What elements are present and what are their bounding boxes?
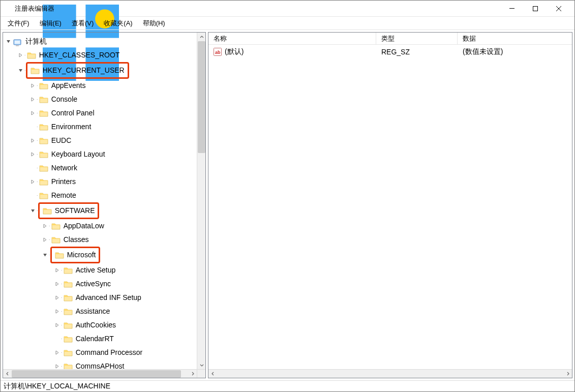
tree-item-assistance[interactable]: ··· Assistance — [5, 305, 197, 318]
tree-item-network[interactable]: ··· Network — [5, 161, 197, 175]
caret-right-icon[interactable] — [29, 110, 36, 116]
folder-icon — [39, 82, 48, 89]
caret-down-icon[interactable] — [42, 252, 48, 258]
caret-right-icon[interactable] — [54, 281, 60, 287]
tree-label: Microsoft — [67, 248, 96, 262]
caret-right-icon[interactable] — [29, 138, 36, 144]
tree-label: Active Setup — [76, 263, 116, 277]
tree-item-eudc[interactable]: ··· EUDC — [5, 134, 197, 147]
scroll-left-icon[interactable] — [3, 370, 12, 378]
caret-down-icon[interactable] — [17, 68, 23, 74]
caret-right-icon[interactable] — [42, 223, 48, 229]
tree-item-activesetup[interactable]: ··· Active Setup — [5, 263, 197, 277]
caret-down-icon[interactable] — [5, 39, 11, 45]
scroll-thumb[interactable] — [12, 370, 181, 378]
caret-right-icon[interactable] — [17, 52, 23, 58]
scroll-right-icon[interactable] — [188, 370, 197, 378]
tree-item-hkcr[interactable]: ··· HKEY_CLASSES_ROOT — [5, 48, 197, 62]
caret-right-icon[interactable] — [42, 237, 48, 243]
list-body[interactable]: (默认) REG_SZ (数值未设置) — [208, 45, 572, 369]
caret-down-icon[interactable] — [29, 208, 36, 214]
window: 注册表编辑器 文件(F) 编辑(E) 查看(V) 收藏夹(A) 帮助(H) 计 — [0, 0, 575, 392]
tree-dots: ··· — [37, 93, 37, 106]
caret-right-icon[interactable] — [54, 350, 60, 356]
tree-item-calendarrt[interactable]: ··· CalendarRT — [5, 332, 197, 346]
tree-item-environment[interactable]: ··· Environment — [5, 120, 197, 134]
statusbar: 计算机\HKEY_LOCAL_MACHINE — [1, 380, 574, 391]
list-hscroll[interactable] — [208, 369, 572, 378]
caret-right-icon[interactable] — [54, 364, 60, 370]
col-name[interactable]: 名称 — [208, 33, 376, 44]
tree-item-software[interactable]: ··· SOFTWARE — [5, 202, 197, 219]
caret-right-icon[interactable] — [54, 295, 60, 301]
value-name: (默认) — [225, 47, 244, 55]
tree-item-controlpanel[interactable]: ··· Control Panel — [5, 106, 197, 120]
scroll-down-icon[interactable] — [197, 360, 206, 369]
tree-item-classes[interactable]: ··· Classes — [5, 233, 197, 247]
col-data[interactable]: 数据 — [458, 33, 572, 44]
menu-file[interactable]: 文件(F) — [3, 18, 35, 29]
maximize-button[interactable] — [524, 1, 547, 17]
tree-item-appevents[interactable]: ··· AppEvents — [5, 79, 197, 93]
tree-item-remote[interactable]: ··· Remote — [5, 189, 197, 202]
folder-icon — [51, 236, 60, 244]
tree-item-keyboardlayout[interactable]: ··· Keyboard Layout — [5, 147, 197, 161]
menu-view[interactable]: 查看(V) — [67, 18, 99, 29]
tree-item-console[interactable]: ··· Console — [5, 93, 197, 106]
tree-hscroll[interactable] — [3, 369, 197, 378]
caret-right-icon[interactable] — [29, 83, 36, 89]
highlight-microsoft: Microsoft — [50, 247, 101, 263]
folder-icon — [39, 137, 48, 144]
scroll-up-icon[interactable] — [197, 33, 206, 41]
scroll-thumb[interactable] — [198, 41, 205, 153]
caret-right-icon[interactable] — [29, 179, 36, 185]
tree-item-authcookies[interactable]: ··· AuthCookies — [5, 318, 197, 332]
tree-vscroll[interactable] — [197, 33, 205, 369]
caret-right-icon[interactable] — [54, 322, 60, 328]
cell-data: (数值未设置) — [458, 47, 572, 56]
col-type[interactable]: 类型 — [376, 33, 458, 44]
tree-label: Command Processor — [76, 346, 143, 359]
tree-item-commandprocessor[interactable]: ··· Command Processor — [5, 346, 197, 359]
folder-icon — [64, 266, 73, 274]
list-row[interactable]: (默认) REG_SZ (数值未设置) — [208, 45, 572, 58]
tree-item-appdatalow[interactable]: ··· AppDataLow — [5, 219, 197, 233]
scroll-track[interactable] — [217, 370, 563, 378]
tree-dots: ··· — [37, 147, 37, 161]
computer-icon — [13, 38, 22, 45]
svg-rect-10 — [509, 8, 515, 9]
close-button[interactable] — [547, 1, 570, 17]
tree-item-hkcu[interactable]: ··· HKEY_CURRENT_USER — [5, 62, 197, 79]
menubar: 文件(F) 编辑(E) 查看(V) 收藏夹(A) 帮助(H) — [1, 17, 574, 30]
tree-dots: ··· — [24, 48, 25, 62]
tree-item-activesync[interactable]: ··· ActiveSync — [5, 277, 197, 291]
caret-right-icon[interactable] — [54, 267, 60, 274]
tree-label: Control Panel — [51, 106, 95, 120]
app-icon — [5, 5, 13, 13]
caret-right-icon[interactable] — [29, 152, 36, 158]
scroll-track[interactable] — [12, 370, 188, 378]
scroll-track[interactable] — [197, 41, 206, 360]
tree[interactable]: 计算机 ··· HKEY_CLASSES_ROOT — [3, 33, 197, 369]
menu-edit[interactable]: 编辑(E) — [35, 18, 67, 29]
tree-item-advancedinfsetup[interactable]: ··· Advanced INF Setup — [5, 291, 197, 305]
minimize-button[interactable] — [500, 1, 524, 17]
folder-icon — [39, 192, 48, 199]
tree-item-microsoft[interactable]: ··· Microsoft — [5, 247, 197, 263]
caret-right-icon[interactable] — [54, 309, 60, 315]
caret-right-icon[interactable] — [29, 97, 36, 103]
tree-dots: ··· — [37, 106, 37, 120]
menu-help[interactable]: 帮助(H) — [138, 18, 170, 29]
tree-dots: ··· — [37, 175, 37, 189]
scroll-right-icon[interactable] — [563, 370, 572, 378]
tree-label: Printers — [51, 175, 76, 189]
tree-dots: ··· — [37, 204, 37, 218]
tree-dots: ··· — [37, 134, 37, 147]
tree-label: Keyboard Layout — [51, 147, 105, 161]
tree-item-computer[interactable]: 计算机 — [5, 35, 197, 48]
tree-dots: ··· — [61, 277, 62, 291]
scroll-left-icon[interactable] — [208, 370, 217, 378]
tree-item-commsaphost[interactable]: ··· CommsAPHost — [5, 359, 197, 369]
tree-item-printers[interactable]: ··· Printers — [5, 175, 197, 189]
menu-favorites[interactable]: 收藏夹(A) — [99, 18, 137, 29]
